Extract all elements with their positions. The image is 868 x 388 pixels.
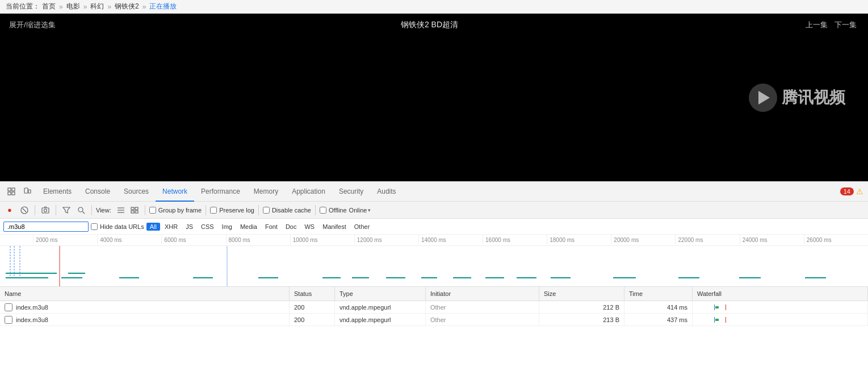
hide-data-urls-label[interactable]: Hide data URLs — [91, 223, 144, 230]
tab-elements[interactable]: Elements — [36, 182, 78, 202]
breadcrumb-scifi[interactable]: 科幻 — [90, 2, 104, 11]
ruler-4000: 4000 ms — [97, 235, 161, 244]
camera-button[interactable] — [39, 204, 52, 216]
svg-rect-18 — [135, 211, 138, 213]
svg-rect-15 — [131, 207, 134, 210]
tab-audits[interactable]: Audits — [370, 182, 402, 202]
table-row[interactable]: index.m3u8 200 vnd.apple.mpegurl Other 2… — [0, 314, 868, 326]
sep2: » — [83, 3, 87, 11]
sep-3 — [91, 205, 92, 215]
filter-type-ws[interactable]: WS — [301, 223, 318, 231]
td-type-2: vnd.apple.mpegurl — [335, 314, 426, 326]
filter-type-media[interactable]: Media — [237, 223, 261, 231]
next-episode-button[interactable]: 下一集 — [835, 20, 857, 29]
th-time[interactable]: Time — [624, 287, 693, 301]
th-waterfall[interactable]: Waterfall — [693, 287, 868, 301]
svg-rect-1 — [12, 188, 15, 191]
sep1: » — [59, 3, 63, 11]
online-selector[interactable]: Online ▾ — [349, 207, 371, 214]
devtools-panel: Elements Console Sources Network Perform… — [0, 181, 868, 388]
hide-data-urls-checkbox[interactable] — [91, 223, 98, 230]
list-view-button[interactable] — [115, 204, 127, 216]
filter-type-other[interactable]: Other — [351, 223, 374, 231]
filter-type-css[interactable]: CSS — [198, 223, 217, 231]
prev-episode-button[interactable]: 上一集 — [806, 20, 828, 29]
breadcrumb: 当前位置： 首页 » 电影 » 科幻 » 钢铁侠2 » 正在播放 — [0, 0, 868, 14]
table-header: Name Status Type Initiator Size Time Wat… — [0, 287, 868, 301]
tab-console[interactable]: Console — [78, 182, 117, 202]
tab-sources[interactable]: Sources — [117, 182, 156, 202]
timeline-ruler: 2000 ms 4000 ms 6000 ms 8000 ms 10000 ms… — [0, 235, 868, 246]
svg-rect-8 — [42, 208, 49, 213]
td-status-2: 200 — [290, 314, 335, 326]
ruler-20000: 20000 ms — [611, 235, 675, 244]
row-checkbox-2[interactable] — [5, 316, 12, 324]
filter-type-all[interactable]: All — [146, 223, 160, 231]
th-initiator[interactable]: Initiator — [426, 287, 539, 301]
disable-cache-label[interactable]: Disable cache — [263, 207, 311, 214]
sep-6 — [258, 205, 259, 215]
breadcrumb-movie[interactable]: 电影 — [66, 2, 80, 11]
filter-type-xhr[interactable]: XHR — [161, 223, 181, 231]
table-row[interactable]: index.m3u8 200 vnd.apple.mpegurl Other 2… — [0, 301, 868, 314]
tab-application[interactable]: Application — [285, 182, 332, 202]
svg-line-7 — [23, 208, 26, 212]
breadcrumb-ironman2[interactable]: 钢铁侠2 — [115, 2, 139, 11]
th-status[interactable]: Status — [290, 287, 335, 301]
th-type[interactable]: Type — [335, 287, 426, 301]
error-badge: 14 — [840, 187, 854, 195]
filter-type-doc[interactable]: Doc — [282, 223, 300, 231]
svg-point-9 — [44, 209, 47, 212]
tab-performance[interactable]: Performance — [194, 182, 247, 202]
filter-input[interactable] — [3, 222, 89, 232]
breadcrumb-home[interactable]: 首页 — [42, 2, 56, 11]
ruler-10000: 10000 ms — [290, 235, 354, 244]
ruler-18000: 18000 ms — [547, 235, 611, 244]
offline-checkbox[interactable] — [320, 207, 326, 214]
td-time-2: 437 ms — [624, 314, 693, 326]
group-by-frame-label[interactable]: Group by frame — [149, 207, 202, 214]
device-icon-button[interactable] — [20, 185, 34, 198]
breadcrumb-playing[interactable]: 正在播放 — [149, 2, 177, 11]
network-table: Name Status Type Initiator Size Time Wat… — [0, 287, 868, 388]
filter-icon-button[interactable] — [60, 204, 73, 216]
preserve-log-checkbox[interactable] — [210, 207, 217, 214]
tree-view-button[interactable] — [128, 204, 141, 216]
sep-2 — [56, 205, 56, 215]
search-icon-button[interactable] — [75, 204, 87, 216]
tab-memory[interactable]: Memory — [247, 182, 285, 202]
filter-type-font[interactable]: Font — [262, 223, 281, 231]
td-name-2: index.m3u8 — [0, 314, 290, 326]
tencent-logo: 腾讯视频 — [749, 84, 845, 112]
sep-1 — [35, 205, 35, 215]
video-header: 展开/缩进选集 钢铁侠2 BD超清 上一集 下一集 — [0, 14, 868, 36]
td-type-1: vnd.apple.mpegurl — [335, 301, 426, 313]
preserve-log-label[interactable]: Preserve log — [210, 207, 254, 214]
expand-button[interactable]: 展开/缩进选集 — [9, 20, 56, 30]
video-nav-buttons: 上一集 下一集 — [803, 20, 859, 30]
network-toolbar: ● View: Group by frame — [0, 202, 868, 219]
filter-type-js[interactable]: JS — [182, 223, 196, 231]
svg-rect-17 — [131, 211, 134, 213]
th-name[interactable]: Name — [0, 287, 290, 301]
brand-text: 腾讯视频 — [782, 87, 845, 109]
filter-type-manifest[interactable]: Manifest — [319, 223, 350, 231]
disable-cache-checkbox[interactable] — [263, 207, 270, 214]
devtools-tabs-bar: Elements Console Sources Network Perform… — [0, 182, 868, 202]
offline-label[interactable]: Offline — [320, 207, 347, 214]
td-initiator-1: Other — [426, 301, 539, 313]
clear-button[interactable] — [18, 204, 31, 216]
view-icons — [115, 204, 141, 216]
tab-security[interactable]: Security — [332, 182, 370, 202]
online-button[interactable]: Online — [349, 207, 367, 214]
filter-type-img[interactable]: Img — [219, 223, 236, 231]
record-button[interactable]: ● — [3, 204, 16, 216]
row-checkbox-1[interactable] — [5, 303, 12, 311]
inspect-icon-button[interactable] — [5, 185, 18, 198]
td-waterfall-1 — [693, 301, 868, 313]
th-size[interactable]: Size — [539, 287, 624, 301]
ruler-24000: 24000 ms — [740, 235, 804, 244]
group-by-frame-checkbox[interactable] — [149, 207, 156, 214]
tab-network[interactable]: Network — [156, 182, 194, 202]
ruler-14000: 14000 ms — [418, 235, 483, 244]
